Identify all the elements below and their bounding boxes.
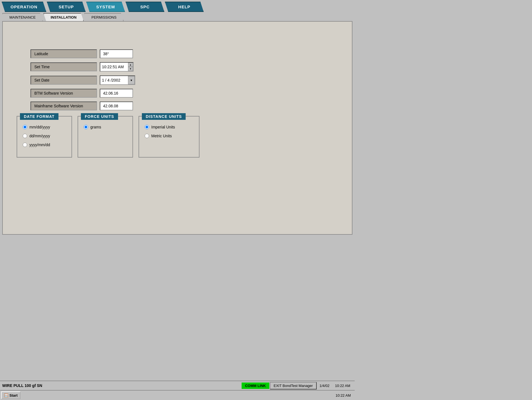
time-spinner[interactable]: ▲ ▼ [128, 63, 133, 71]
distance-units-option-0[interactable]: Imperial Units [145, 125, 193, 129]
tab-operation[interactable]: OPERATION [2, 2, 46, 12]
tab-help[interactable]: HELP [165, 2, 204, 12]
latitude-row: Latitude 38° [30, 49, 346, 58]
date-format-label-0: mm/dd/yyyy [29, 125, 50, 129]
latitude-label: Latitude [30, 49, 97, 58]
subtab-maintenance[interactable]: MAINTENANCE [2, 13, 43, 21]
sub-nav: MAINTENANCE INSTALLATION PERMISSIONS [0, 12, 355, 21]
set-time-label: Set Time [30, 62, 97, 71]
date-format-radio-0[interactable] [23, 125, 27, 129]
mainframe-version-value: 42.08.08 [100, 102, 133, 110]
set-time-field[interactable]: ▲ ▼ [100, 62, 134, 72]
set-date-field[interactable]: ▼ [100, 75, 135, 85]
distance-units-option-1[interactable]: Metric Units [145, 134, 193, 138]
force-units-group: FORCE UNITS grams [78, 116, 133, 158]
mainframe-version-label: Mainframe Software Version [30, 102, 97, 110]
distance-units-title: DISTANCE UNITS [142, 113, 186, 120]
form-area: Latitude 38° Set Time ▲ ▼ Set Date ▼ [30, 49, 346, 110]
date-format-option-1[interactable]: dd/mm/yyyy [23, 134, 66, 138]
date-format-option-0[interactable]: mm/dd/yyyy [23, 125, 66, 129]
force-units-option-0[interactable]: grams [84, 125, 127, 129]
subtab-permissions[interactable]: PERMISSIONS [84, 13, 124, 21]
distance-units-radio-0[interactable] [145, 125, 149, 129]
main-content: Latitude 38° Set Time ▲ ▼ Set Date ▼ [2, 21, 352, 235]
distance-units-group: DISTANCE UNITS Imperial Units Metric Uni… [139, 116, 200, 158]
set-date-row: Set Date ▼ [30, 75, 346, 85]
date-format-option-2[interactable]: yyyy/mm/dd [23, 143, 66, 147]
set-time-row: Set Time ▲ ▼ [30, 62, 346, 72]
date-format-label-2: yyyy/mm/dd [29, 143, 50, 147]
date-format-title: DATE FORMAT [20, 113, 58, 120]
distance-units-label-0: Imperial Units [151, 125, 175, 129]
force-units-title: FORCE UNITS [81, 113, 118, 120]
date-format-radio-1[interactable] [23, 134, 27, 138]
tab-setup[interactable]: SETUP [47, 2, 86, 12]
bottom-groups: DATE FORMAT mm/dd/yyyy dd/mm/yyyy yyyy/m… [17, 116, 346, 158]
tab-system[interactable]: SYSTEM [86, 2, 125, 12]
date-format-radio-2[interactable] [23, 143, 27, 147]
distance-units-radio-1[interactable] [145, 134, 149, 138]
date-dropdown-btn[interactable]: ▼ [128, 76, 135, 84]
time-spin-down[interactable]: ▼ [128, 67, 133, 71]
btm-version-value: 42.06.16 [100, 89, 133, 98]
date-format-label-1: dd/mm/yyyy [29, 134, 50, 138]
date-format-group: DATE FORMAT mm/dd/yyyy dd/mm/yyyy yyyy/m… [17, 116, 72, 158]
time-spin-up[interactable]: ▲ [128, 63, 133, 67]
force-units-radio-0[interactable] [84, 125, 88, 129]
latitude-value[interactable]: 38° [100, 49, 133, 58]
distance-units-label-1: Metric Units [151, 134, 172, 138]
set-time-input[interactable] [100, 63, 128, 71]
btm-version-label: BTM Software Version [30, 89, 97, 98]
subtab-installation[interactable]: INSTALLATION [44, 13, 84, 21]
set-date-input[interactable] [100, 76, 128, 84]
tab-spc[interactable]: SPC [126, 2, 164, 12]
force-units-label-0: grams [90, 125, 101, 129]
set-date-label: Set Date [30, 76, 97, 85]
mainframe-version-row: Mainframe Software Version 42.08.08 [30, 102, 346, 110]
top-nav: OPERATION SETUP SYSTEM SPC HELP [0, 0, 355, 12]
btm-version-row: BTM Software Version 42.06.16 [30, 89, 346, 98]
